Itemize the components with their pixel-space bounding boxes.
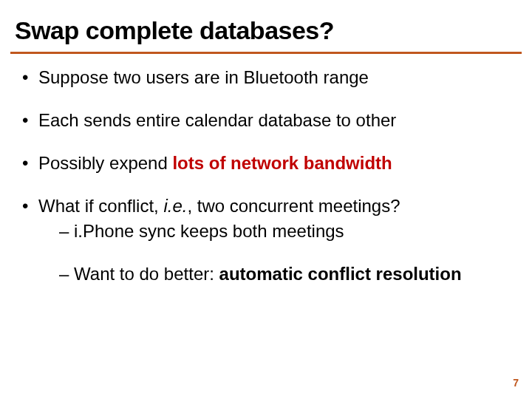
bullet-item: Each sends entire calendar database to o… — [18, 109, 514, 132]
bullet-text: What if conflict, — [38, 196, 163, 216]
slide-body: Suppose two users are in Bluetooth range… — [18, 66, 514, 306]
sub-item: – i.Phone sync keeps both meetings — [59, 220, 514, 242]
bullet-list: Suppose two users are in Bluetooth range… — [18, 66, 514, 285]
title-underline — [10, 52, 522, 54]
italic-text: i.e. — [163, 196, 187, 216]
bullet-item: What if conflict, i.e., two concurrent m… — [18, 195, 514, 285]
sub-item: – Want to do better: automatic conflict … — [59, 263, 514, 285]
bullet-text: Suppose two users are in Bluetooth range — [38, 67, 369, 87]
slide-title: Swap complete databases? — [15, 16, 334, 45]
bullet-text: , two concurrent meetings? — [187, 196, 400, 216]
page-number: 7 — [513, 377, 519, 389]
sub-list: – i.Phone sync keeps both meetings – Wan… — [38, 220, 514, 285]
bullet-item: Suppose two users are in Bluetooth range — [18, 66, 514, 89]
emphasis-text: automatic conflict resolution — [219, 264, 462, 284]
sub-text: – Want to do better: — [59, 264, 219, 284]
slide: Swap complete databases? Suppose two use… — [0, 0, 532, 399]
bullet-item: Possibly expend lots of network bandwidt… — [18, 152, 514, 174]
emphasis-text: lots of network bandwidth — [172, 153, 392, 173]
bullet-text: Each sends entire calendar database to o… — [38, 110, 396, 130]
bullet-text: Possibly expend — [38, 153, 172, 173]
